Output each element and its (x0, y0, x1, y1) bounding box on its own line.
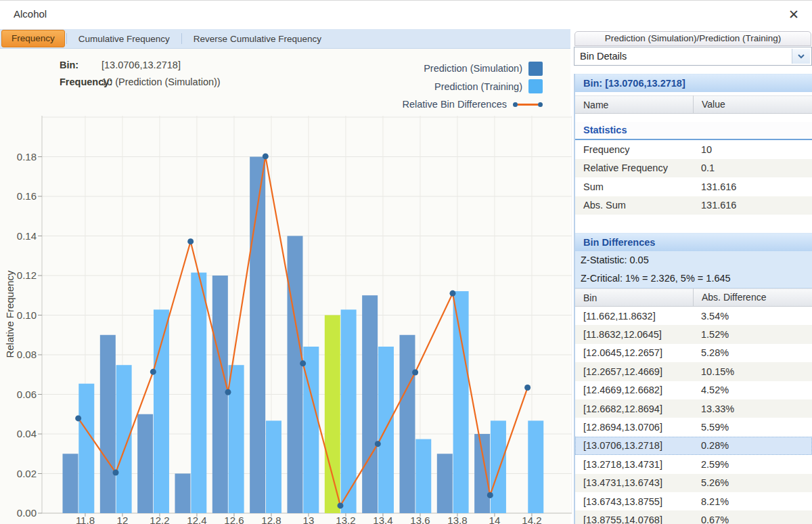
bin-difference-row-value: 1.52% (693, 329, 812, 340)
bin-difference-row-name: [13.0706,13.2718] (575, 440, 693, 451)
svg-text:0.14: 0.14 (17, 230, 37, 242)
column-abs-difference: Abs. Difference (693, 288, 812, 307)
svg-text:0.00: 0.00 (17, 507, 37, 519)
bin-difference-row[interactable]: [13.4731,13.6743]5.26% (575, 474, 812, 492)
close-icon[interactable]: ✕ (784, 6, 804, 24)
bin-differences-header: Bin Differences (575, 233, 812, 251)
bin-difference-row-name: [12.0645,12.2657] (575, 347, 693, 358)
bin-difference-row-value: 4.52% (693, 385, 812, 395)
bin-absdiff-header: Bin Abs. Difference (575, 288, 812, 307)
window: Alcohol ✕ Frequency Cumulative Frequency… (0, 0, 812, 524)
bin-difference-row-value: 5.59% (693, 422, 812, 433)
bin-difference-row-value: 8.21% (693, 496, 812, 507)
bin-difference-row-value: 3.54% (693, 311, 812, 322)
bin-difference-row[interactable]: [11.662,11.8632]3.54% (575, 307, 812, 325)
bin-difference-row[interactable]: [12.6682,12.8694]13.33% (575, 399, 812, 418)
statistics-row-name: Sum (575, 181, 693, 192)
legend-label: Prediction (Simulation) (424, 63, 522, 74)
legend-item-training: Prediction (Training) (365, 78, 543, 96)
bin-difference-row-value: 10.15% (693, 366, 812, 377)
name-value-header: Name Value (575, 95, 812, 114)
svg-text:0.10: 0.10 (17, 309, 37, 321)
column-name: Name (575, 100, 693, 110)
bin-difference-row[interactable]: [12.4669,12.6682]4.52% (575, 381, 812, 399)
bin-difference-row[interactable]: [13.0706,13.2718]0.28% (575, 437, 812, 455)
svg-text:13.4: 13.4 (373, 515, 392, 524)
bin-differences-table: [11.662,11.8632]3.54%[11.8632,12.0645]1.… (575, 307, 812, 524)
bin-difference-row-value: 5.28% (693, 347, 812, 358)
svg-text:12: 12 (117, 515, 129, 524)
statistics-header: Statistics (575, 122, 812, 140)
bin-difference-row-value: 13.33% (693, 403, 812, 414)
svg-text:12.8: 12.8 (261, 515, 281, 524)
bin-label: Bin: (60, 60, 102, 70)
bin-difference-row-value: 5.26% (693, 477, 812, 488)
legend-label: Prediction (Training) (434, 81, 522, 92)
statistics-row-value: 10 (693, 144, 812, 155)
bin-difference-row[interactable]: [11.8632,12.0645]1.52% (575, 325, 812, 343)
statistics-row-value: 0.1 (693, 162, 812, 173)
bin-difference-row-name: [12.8694,13.0706] (575, 422, 693, 433)
bin-difference-row-name: [13.6743,13.8755] (575, 496, 693, 507)
bin-difference-row-value: 2.59% (693, 459, 812, 470)
chevron-down-icon[interactable] (792, 49, 810, 64)
bin-value: [13.0706,13.2718] (102, 60, 181, 70)
svg-text:0.06: 0.06 (17, 389, 37, 400)
z-critical: Z-Critical: 1% = 2.326, 5% = 1.645 (575, 269, 812, 288)
section-gap (575, 215, 812, 233)
svg-text:Relative Frequency: Relative Frequency (4, 270, 16, 358)
hover-info: Bin: [13.0706,13.2718] Frequency: 10 (Pr… (60, 56, 221, 90)
svg-text:13.2: 13.2 (336, 515, 355, 524)
training-swatch (528, 79, 543, 93)
bin-section-header: Bin: [13.0706,13.2718] (575, 74, 812, 92)
statistics-row: Abs. Sum131.616 (575, 196, 812, 215)
bin-difference-row-name: [13.4731,13.6743] (575, 477, 693, 488)
legend-item-differences: Relative Bin Differences (365, 95, 543, 114)
svg-text:13.8: 13.8 (447, 515, 467, 524)
svg-text:0.02: 0.02 (17, 468, 37, 479)
simulation-swatch (528, 62, 543, 76)
svg-text:0.18: 0.18 (17, 151, 37, 162)
bin-difference-row-value: 0.28% (693, 440, 812, 451)
bin-difference-row-name: [13.2718,13.4731] (575, 459, 693, 470)
statistics-row-value: 131.616 (693, 181, 812, 192)
bin-difference-row-name: [11.662,11.8632] (575, 311, 693, 322)
dropdown-value: Bin Details (580, 51, 627, 62)
bin-difference-row[interactable]: [12.8694,13.0706]5.59% (575, 418, 812, 436)
bin-difference-row[interactable]: [13.2718,13.4731]2.59% (575, 455, 812, 473)
bin-difference-row-value: 0.67% (693, 515, 812, 524)
legend-label: Relative Bin Differences (403, 99, 507, 110)
column-bin: Bin (575, 292, 693, 303)
svg-text:0.12: 0.12 (17, 269, 37, 281)
statistics-row: Frequency10 (575, 140, 812, 159)
svg-text:14: 14 (489, 515, 501, 524)
frequency-value: 10 (Prediction (Simulation)) (102, 77, 221, 87)
details-panel: Prediction (Simulation)/Prediction (Trai… (574, 31, 812, 524)
bin-details-dropdown[interactable]: Bin Details (574, 47, 812, 66)
bin-details-content: Bin: [13.0706,13.2718] Name Value Statis… (574, 74, 812, 524)
panel-header-tab[interactable]: Prediction (Simulation)/Prediction (Trai… (574, 31, 811, 46)
statistics-row-value: 131.616 (693, 200, 812, 211)
svg-text:14.2: 14.2 (522, 515, 541, 524)
svg-text:0.04: 0.04 (17, 428, 37, 439)
legend: Prediction (Simulation) Prediction (Trai… (365, 60, 543, 114)
z-statistic: Z-Statistic: 0.05 (575, 251, 812, 269)
bin-difference-row[interactable]: [12.2657,12.4669]10.15% (575, 362, 812, 380)
bin-difference-row-name: [12.2657,12.4669] (575, 366, 693, 377)
column-value: Value (693, 95, 812, 114)
statistics-row: Relative Frequency0.1 (575, 159, 812, 178)
svg-text:13.6: 13.6 (410, 515, 430, 524)
svg-text:12.6: 12.6 (224, 515, 244, 524)
svg-text:12.4: 12.4 (187, 515, 206, 524)
bin-difference-row[interactable]: [12.0645,12.2657]5.28% (575, 344, 812, 362)
bin-difference-row-name: [12.6682,12.8694] (575, 403, 693, 414)
bin-difference-row-name: [12.4669,12.6682] (575, 385, 693, 395)
statistics-row-name: Frequency (575, 144, 693, 155)
legend-item-simulation: Prediction (Simulation) (365, 60, 543, 78)
z-stats-block: Z-Statistic: 0.05 Z-Critical: 1% = 2.326… (575, 251, 812, 288)
bin-difference-row[interactable]: [13.6743,13.8755]8.21% (575, 492, 812, 510)
bin-difference-row[interactable]: [13.8755,14.0768]0.67% (575, 510, 812, 524)
statistics-table: Frequency10Relative Frequency0.1Sum131.6… (575, 140, 812, 215)
svg-text:13: 13 (303, 515, 315, 524)
svg-text:0.08: 0.08 (17, 349, 37, 360)
